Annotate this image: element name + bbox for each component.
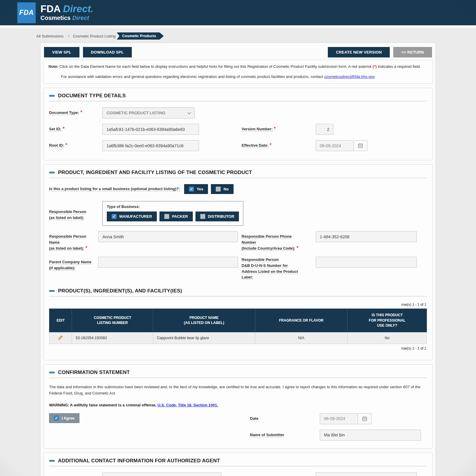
rows-info-bottom: row(s) 1 - 1 of 1 (50, 346, 426, 350)
registered-mark: ● (91, 10, 93, 13)
responsible-person-phone-input[interactable] (316, 231, 417, 242)
root-id-label[interactable]: Root ID: (49, 143, 64, 148)
checkbox-no[interactable] (216, 187, 221, 192)
section-title-document-type-details: DOCUMENT TYPE DETAILS (58, 93, 126, 99)
collapse-section-icon[interactable] (49, 460, 55, 462)
note-paragraph-1: Note: Click on the Data Element Name for… (48, 64, 428, 70)
calendar-icon (362, 416, 367, 422)
edit-row-button[interactable] (49, 332, 72, 344)
chevron-down-icon (187, 111, 191, 114)
responsible-person-name-label[interactable]: Responsible Person Name (as listed on la… (49, 234, 86, 250)
small-business-yes-button[interactable]: Yes (184, 184, 208, 194)
edit-pencil-icon (58, 335, 63, 340)
root-id-input[interactable] (102, 140, 199, 151)
document-type-select[interactable]: COSMETIC PRODUCT LISTING (102, 107, 195, 118)
required-asterisk: * (85, 245, 87, 250)
breadcrumb-cosmetic-product-listing[interactable]: Cosmetic Product Listing (73, 34, 116, 38)
breadcrumb-current-cosmetic-products: Cosmetic Products (117, 32, 164, 40)
required-asterisk: * (63, 126, 65, 131)
contact-email-link[interactable]: cosmeticsdirect@fda.hhs.gov (324, 74, 374, 79)
type-of-business-box: Type of Business: MANUFACTURER PACKER DI… (102, 201, 243, 226)
effective-date-label[interactable]: Effective Date: (242, 143, 268, 148)
parent-company-name-input[interactable] (98, 257, 238, 268)
checkbox-i-agree[interactable] (54, 416, 59, 421)
name-of-submitter-label[interactable]: Name of Submitter (250, 433, 284, 437)
effective-date-input[interactable] (316, 140, 354, 151)
return-button[interactable]: << RETURN (393, 47, 432, 57)
section-title-products-ingredients-facilities: PRODUCT(S), INGREDIENT(S), AND FACILITY(… (58, 288, 182, 294)
responsible-person-duns-label[interactable]: Responsible Person D&B D-U-N-S Number fo… (242, 257, 298, 280)
collapse-section-icon[interactable] (49, 172, 55, 173)
products-table: EDIT COSMETIC PRODUCT LISTING NUMBER PRO… (49, 309, 427, 344)
phone-number-input[interactable] (316, 472, 417, 476)
set-id-label[interactable]: Set ID: (49, 127, 61, 131)
collapse-section-icon[interactable] (49, 290, 55, 292)
responsible-person-label[interactable]: Responsible Person (as listed on label): (49, 209, 86, 220)
product-listing-section: PRODUCT, INGREDIENT AND FACILITY LISTING… (43, 165, 433, 360)
confirmation-date-calendar-button[interactable] (358, 413, 372, 424)
checkbox-packer[interactable] (164, 214, 169, 219)
brand-block: FDA Direct● Cosmetics Direct (40, 4, 93, 22)
app-title-accent: Direct (63, 3, 91, 14)
us-code-link[interactable]: U.S. Code, Title 18, Section 1001. (158, 403, 218, 407)
checkbox-manufacturer[interactable] (112, 214, 117, 219)
app-subtitle-accent: Direct (72, 15, 89, 21)
business-type-packer-button[interactable]: PACKER (159, 212, 193, 221)
name-of-submitter-input[interactable] (320, 430, 421, 441)
col-header-fragrance: FRAGRANCE OR FLAVOR (255, 309, 347, 332)
small-business-no-button[interactable]: No (211, 184, 233, 194)
fda-logo: FDA (17, 2, 36, 23)
parent-company-name-label[interactable]: Parent Company Name (if applicable): (49, 260, 91, 270)
document-type-label[interactable]: Document Type: (49, 110, 79, 115)
app-title: FDA Direct● (40, 4, 93, 14)
rows-info-top: row(s) 1 - 1 of 1 (50, 303, 426, 307)
col-header-listing-number: COSMETIC PRODUCT LISTING NUMBER (72, 309, 153, 332)
cell-listing-number: 53-161554-150082 (72, 332, 153, 344)
note-box: Note: Click on the Data Element Name for… (43, 60, 433, 84)
cell-professional-use: No (347, 332, 427, 344)
create-new-version-button[interactable]: CREATE NEW VERSION (328, 47, 390, 57)
version-number-label[interactable]: Version Number: (242, 127, 273, 131)
business-type-manufacturer-button[interactable]: MANUFACTURER (107, 212, 157, 221)
effective-date-calendar-button[interactable] (354, 140, 367, 151)
document-type-details-section: DOCUMENT TYPE DETAILS Document Type: * C… (43, 88, 433, 160)
i-agree-button[interactable]: I Agree (49, 413, 79, 423)
business-type-distributor-button[interactable]: DISTRIBUTOR (195, 212, 239, 221)
table-row: 53-161554-150082 Cappuvini Bubble bear l… (49, 332, 427, 344)
set-id-input[interactable] (102, 124, 199, 135)
required-asterisk: * (65, 143, 67, 148)
required-asterisk-example: (*) (373, 64, 377, 69)
breadcrumb-all-submissions[interactable]: All Submissions (36, 34, 64, 38)
responsible-person-duns-input[interactable] (316, 257, 417, 268)
collapse-section-icon[interactable] (49, 372, 55, 373)
section-title-confirmation: CONFIRMATION STATEMENT (58, 369, 130, 375)
additional-contact-name-input[interactable] (102, 472, 221, 476)
version-number-input[interactable] (316, 124, 333, 135)
download-spl-button[interactable]: DOWNLOAD SPL (83, 47, 132, 57)
warning-line: WARNING: A willfully false statement is … (49, 403, 427, 407)
note-label: Note: (48, 64, 58, 69)
col-header-professional-use: IS THIS PRODUCT FOR PROFESSIONAL USE ONL… (347, 309, 427, 332)
view-spl-button[interactable]: VIEW SPL (44, 47, 79, 57)
app-subtitle-main: Cosmetics (40, 15, 71, 21)
checkbox-yes[interactable] (189, 187, 194, 192)
app-header: FDA FDA Direct● Cosmetics Direct (0, 0, 476, 25)
collapse-section-icon[interactable] (49, 95, 55, 97)
required-asterisk: * (274, 126, 275, 131)
col-header-product-name: PRODUCT NAME (AS LISTED ON LABEL) (153, 309, 255, 332)
required-asterisk: * (80, 110, 82, 115)
section-title-additional-contact: ADDITIONAL CONTACT INFORMATION FOR AUTHO… (58, 458, 220, 464)
chevron-right-icon (67, 35, 70, 37)
calendar-icon (358, 143, 363, 148)
responsible-person-name-input[interactable] (98, 231, 238, 242)
small-business-question-label[interactable]: Is this a product listing for a small bu… (49, 186, 180, 192)
note-paragraph-2: For assistance with validation errors an… (48, 74, 428, 80)
date-label[interactable]: Date (250, 416, 258, 421)
required-asterisk: * (297, 245, 298, 250)
breadcrumb: All Submissions Cosmetic Product Listing… (36, 32, 476, 40)
app-subtitle: Cosmetics Direct (40, 15, 93, 21)
responsible-person-phone-label[interactable]: Responsible Person Phone Number (Include… (242, 234, 295, 250)
checkbox-distributor[interactable] (200, 214, 205, 219)
header-divider (0, 25, 476, 28)
confirmation-date-input[interactable] (320, 413, 358, 424)
